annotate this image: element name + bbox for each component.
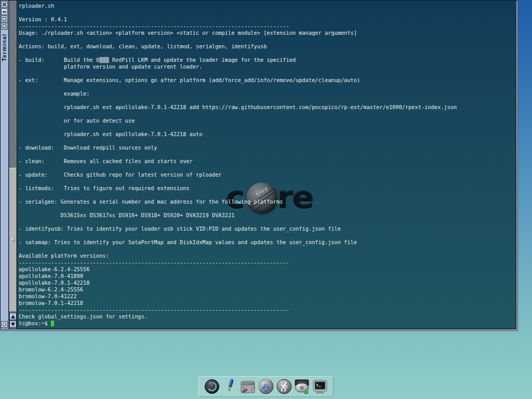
box-icon	[3, 17, 6, 21]
power-button[interactable]	[203, 378, 221, 395]
scrollbar-thumb[interactable]	[9, 168, 17, 312]
thumb-dimple-icon	[11, 238, 15, 242]
run-button[interactable]	[275, 378, 293, 395]
scroll-up-button[interactable]	[9, 313, 17, 320]
terminal-monitor-icon	[312, 379, 328, 394]
terminal-screen[interactable]: c tiny micro re rploader.sh Version : 0.…	[18, 1, 515, 328]
pen-icon	[222, 379, 238, 394]
prompt-line: tc@box:~$	[19, 320, 515, 327]
close-icon	[2, 2, 7, 7]
run-sphere-icon	[276, 378, 292, 395]
shell-prompt: tc@box:~$	[19, 320, 51, 327]
minus-icon	[3, 11, 6, 12]
arrow-down-icon	[11, 323, 15, 326]
arrow-up-icon	[11, 315, 15, 318]
control-panel-icon	[240, 378, 256, 395]
box-icon	[3, 24, 6, 28]
control-panel-button[interactable]	[239, 378, 257, 395]
text-cursor	[51, 321, 54, 326]
desktop: { "desktop": { "gradient_top": "#1e5ea8"…	[0, 0, 532, 399]
scroll-down-button[interactable]	[9, 321, 17, 328]
terminal-window: Terminal c tiny micro re rploader.sh Ver…	[0, 0, 516, 329]
apps-sphere-icon	[258, 378, 274, 395]
scrollbar-trough[interactable]	[9, 1, 17, 329]
power-icon	[204, 379, 220, 394]
mount-button[interactable]	[293, 378, 311, 395]
editor-button[interactable]	[221, 378, 239, 395]
harddisk-icon	[293, 378, 311, 395]
circle-icon	[3, 323, 6, 326]
restore-button[interactable]	[1, 23, 8, 30]
window-title: Terminal	[1, 34, 7, 61]
window-titlebar[interactable]: Terminal	[1, 1, 9, 329]
maximize-button[interactable]	[1, 16, 8, 22]
apps-button[interactable]	[257, 378, 275, 395]
shade-button[interactable]	[1, 8, 8, 15]
resize-corner-button[interactable]	[1, 321, 8, 328]
terminal-launcher-button[interactable]	[311, 378, 329, 395]
dock	[198, 376, 334, 397]
close-button[interactable]	[1, 1, 8, 8]
terminal-output: rploader.sh Version : 0.4.1 ------------…	[19, 3, 515, 320]
